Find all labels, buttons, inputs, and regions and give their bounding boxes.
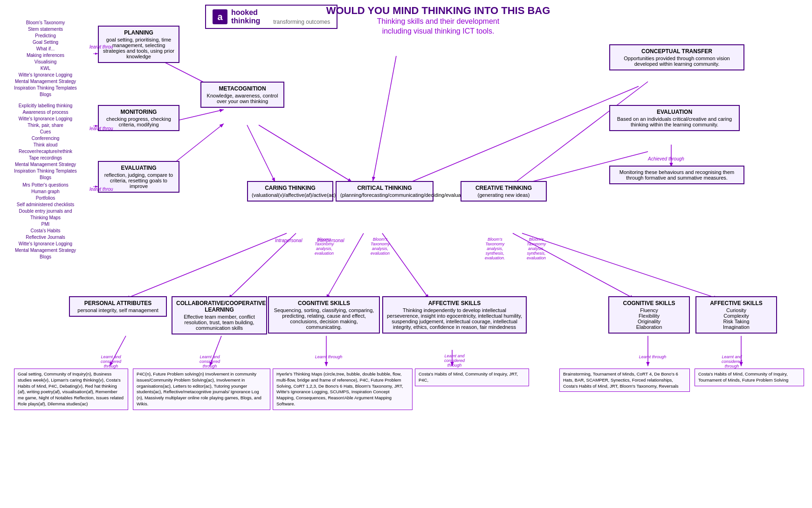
blooms-label-3: Bloom's Taxonomy analysis, synthesis, ev… [485,237,505,260]
affective-center-learnt-box: Costa's Habits of Mind, Community of Inq… [415,369,529,386]
svg-line-6 [259,125,352,182]
svg-line-17 [522,233,718,299]
logo-icon: a [213,9,227,24]
caring-thinking-node: CARING THINKING (valuational(v)/affectiv… [247,181,333,202]
cognitive-skills-right-node: COGNITIVE SKILLS Fluency Flexibility Ori… [608,296,690,334]
learnt-through-top: learnt throu [89,44,113,49]
critical-thinking-node: CRITICAL THINKING (planning/forecasting/… [336,181,434,202]
intrapersonal-label: Intrapersonal [275,238,302,243]
svg-line-9 [406,86,639,184]
personal-attributes-node: PERSONAL ATTRIBUTES personal integrity, … [69,296,167,317]
affective-skills-right-node: AFFECTIVE SKILLS Curiosity Complexity Ri… [695,296,777,334]
cognitive-right-learnt-box: Brainstorming, Tournament of Minds, CoRT… [559,369,690,392]
cognitive-center-learnt-box: Hyerle's Thinking Maps (circle,tree, bub… [273,369,413,410]
cognitive-right-learnt-label: Learnt through [625,355,681,359]
title-block: WOULD YOU MIND THINKING INTO THIS BAG Th… [298,5,578,36]
left-list-bot: Mrs Potter's questions Human graph Portf… [2,182,89,260]
achieved-through-label: Achieved through [648,156,684,161]
creative-thinking-node: CREATIVE THINKING (generating new ideas) [461,181,547,202]
svg-line-13 [228,233,296,299]
affective-center-learnt-label: Learnt and considered through [417,354,492,368]
conceptual-transfer-node: CONCEPTUAL TRANSFER Opportunities provid… [609,44,744,70]
learnt-through-mid: learnt throu [89,126,113,131]
monitoring-behaviours-node: Monitoring these behaviours and recognis… [609,166,744,184]
svg-line-12 [126,233,287,299]
collaborative-learnt-label: Learnt and considered through [172,355,247,369]
metacognition-node: METACOGNITION Knowledge, awareness, cont… [200,82,284,108]
personal-learnt-label: Learnt and considered through [69,355,153,369]
main-title: WOULD YOU MIND THINKING INTO THIS BAG [298,5,578,17]
left-list-mid: Explicitly labelling thinking Awareness … [2,103,89,181]
cognitive-center-learnt-label: Learnt through [301,355,357,359]
diagram-arrows [0,0,812,508]
logo-text: hooked thinking [231,8,260,25]
blooms-label-4: Bloom's Taxonomy analysis, synthesis, ev… [527,237,546,260]
personal-learnt-box: Goal setting, Community of Inquiry(n), B… [14,369,128,410]
learnt-through-bot: learnt throu [89,187,113,192]
evaluation-node: EVALUATION Based on an individuals criti… [609,105,740,131]
blooms-label-2: Bloom's Taxonomy analysis, evaluation [371,237,390,256]
collaborative-learnt-box: P4C(n), Future Problem solving(n) Involv… [133,369,270,410]
left-list-top: Bloom's Taxonomy Stem statements Predict… [2,20,89,98]
svg-line-7 [373,56,396,181]
sub-title: Thinking skills and their development in… [298,17,578,36]
svg-line-5 [247,125,275,182]
cognitive-skills-center-node: COGNITIVE SKILLS Sequencing, sorting, cl… [268,296,380,334]
affective-right-learnt-box: Costa's Habits of Mind, Community of Inq… [695,369,804,386]
collaborative-learning-node: COLLABORATIVE/COOPERATIVE LEARNING Effec… [172,296,267,334]
blooms-label-1: Blooms Taxonomy analysis, evaluation [315,237,334,256]
affective-right-learnt-label: Learnt and considered through [695,355,769,369]
main-container: a hooked thinking transforming outcomes … [0,0,812,508]
affective-skills-center-node: AFFECTIVE SKILLS Thinking independently … [382,296,527,334]
